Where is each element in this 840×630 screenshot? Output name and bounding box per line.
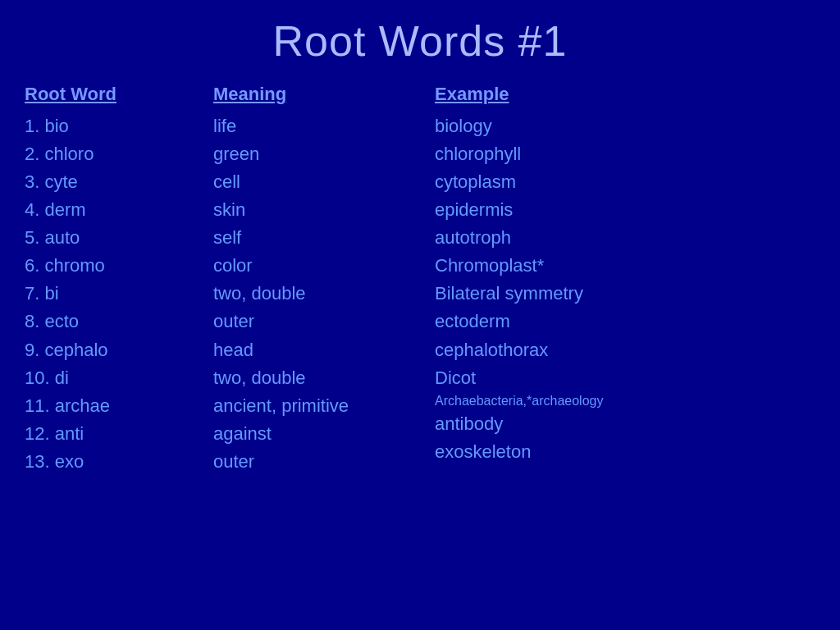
- page-container: Root Words #1 Root Word 1. bio 2. chloro…: [0, 0, 840, 630]
- root-word-item-2: 2. chloro: [25, 140, 205, 168]
- meaning-item-12: against: [213, 420, 427, 448]
- meaning-item-1: life: [213, 112, 427, 140]
- example-item-10: Dicot: [435, 364, 697, 392]
- meaning-item-5: self: [213, 224, 427, 252]
- root-word-item-6: 6. chromo: [25, 252, 205, 280]
- meaning-item-2: green: [213, 140, 427, 168]
- root-word-item-13: 13. exo: [25, 448, 205, 476]
- meaning-column: Meaning life green cell skin self color …: [213, 82, 435, 614]
- root-word-item-4: 4. derm: [25, 196, 205, 224]
- example-item-13: exoskeleton: [435, 438, 697, 466]
- example-column: Example biology chlorophyll cytoplasm ep…: [435, 82, 697, 614]
- example-item-12: antibody: [435, 410, 697, 438]
- root-word-item-1: 1. bio: [25, 112, 205, 140]
- meaning-item-4: skin: [213, 196, 427, 224]
- root-word-item-11: 11. archae: [25, 392, 205, 420]
- meaning-item-9: head: [213, 336, 427, 364]
- root-word-header: Root Word: [25, 82, 205, 107]
- meaning-item-6: color: [213, 252, 427, 280]
- root-word-item-10: 10. di: [25, 364, 205, 392]
- meaning-header: Meaning: [213, 82, 427, 107]
- meaning-item-7: two, double: [213, 280, 427, 308]
- root-word-item-3: 3. cyte: [25, 168, 205, 196]
- example-item-2: chlorophyll: [435, 140, 697, 168]
- root-word-item-7: 7. bi: [25, 280, 205, 308]
- page-title: Root Words #1: [25, 16, 815, 66]
- meaning-item-3: cell: [213, 168, 427, 196]
- example-item-3: cytoplasm: [435, 168, 697, 196]
- example-item-7: Bilateral symmetry: [435, 280, 697, 308]
- root-word-item-9: 9. cephalo: [25, 336, 205, 364]
- root-word-item-5: 5. auto: [25, 224, 205, 252]
- meaning-item-10: two, double: [213, 364, 427, 392]
- example-item-5: autotroph: [435, 224, 697, 252]
- content-area: Root Word 1. bio 2. chloro 3. cyte 4. de…: [25, 82, 815, 614]
- example-item-4: epidermis: [435, 196, 697, 224]
- meaning-item-13: outer: [213, 448, 427, 476]
- example-item-11: Archaebacteria,*archaeology: [435, 392, 697, 410]
- root-word-item-8: 8. ecto: [25, 308, 205, 336]
- root-word-column: Root Word 1. bio 2. chloro 3. cyte 4. de…: [25, 82, 213, 614]
- meaning-item-11: ancient, primitive: [213, 392, 427, 420]
- meaning-item-8: outer: [213, 308, 427, 336]
- example-item-8: ectoderm: [435, 308, 697, 336]
- example-item-9: cephalothorax: [435, 336, 697, 364]
- example-header: Example: [435, 82, 697, 107]
- example-item-1: biology: [435, 112, 697, 140]
- example-item-6: Chromoplast*: [435, 252, 697, 280]
- root-word-item-12: 12. anti: [25, 420, 205, 448]
